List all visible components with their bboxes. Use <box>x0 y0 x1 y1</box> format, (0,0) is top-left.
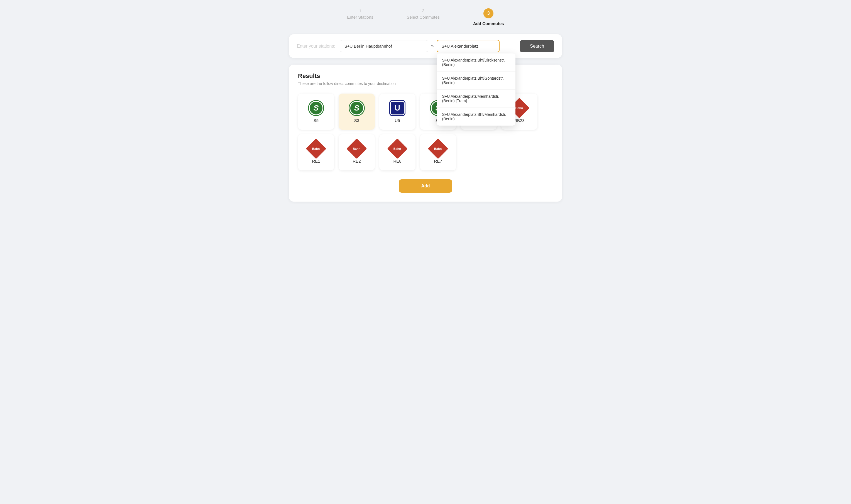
transit-label-RE7: RE7 <box>434 159 442 163</box>
bahn-icon-wrapper: Bahn <box>431 142 445 156</box>
transit-label-U5: U5 <box>395 118 400 123</box>
bahn-diamond-icon: Bahn <box>306 138 326 159</box>
bahn-diamond-icon: Bahn <box>428 138 448 159</box>
station-inputs: » S+U Alexanderplatz Bhf/Dircksenstr. (B… <box>340 40 515 52</box>
transit-card-S3[interactable]: S S3 <box>339 93 375 130</box>
bahn-diamond-icon: Bahn <box>387 138 408 159</box>
bahn-icon-wrapper: Bahn <box>309 142 323 156</box>
stepper: 1 Enter Stations 2 Select Commutes 3 Add… <box>300 8 551 26</box>
step-2: 2 Select Commutes <box>407 8 440 19</box>
autocomplete-item-1[interactable]: S+U Alexanderplatz Bhf/Gontardstr. (Berl… <box>437 72 516 90</box>
transit-card-RE7[interactable]: Bahn RE7 <box>420 134 456 170</box>
transit-label-RE8: RE8 <box>393 159 401 163</box>
add-button[interactable]: Add <box>399 179 452 193</box>
search-button[interactable]: Search <box>520 40 554 52</box>
bahn-diamond-icon: Bahn <box>346 138 367 159</box>
autocomplete-item-0[interactable]: S+U Alexanderplatz Bhf/Dircksenstr. (Ber… <box>437 53 516 72</box>
sbahn-icon: S <box>309 101 323 115</box>
departure-input[interactable] <box>340 40 428 52</box>
transit-label-RE1: RE1 <box>312 159 320 163</box>
step-3: 3 Add Commutes <box>473 8 504 26</box>
autocomplete-item-2[interactable]: S+U Alexanderplatz/Memhardstr. (Berlin) … <box>437 90 516 108</box>
transit-card-U5[interactable]: U U5 <box>379 93 415 130</box>
step-number-2: 2 <box>422 8 424 13</box>
destination-input[interactable] <box>437 40 500 52</box>
transit-card-S5[interactable]: S S5 <box>298 93 334 130</box>
transit-label-S3: S3 <box>354 118 359 123</box>
results-panel: Results These are the follow direct comm… <box>289 65 562 202</box>
destination-wrapper: S+U Alexanderplatz Bhf/Dircksenstr. (Ber… <box>437 40 516 52</box>
autocomplete-dropdown: S+U Alexanderplatz Bhf/Dircksenstr. (Ber… <box>437 53 516 126</box>
bahn-icon-wrapper: Bahn <box>349 142 364 156</box>
search-bar: Enter your stations: » S+U Alexanderplat… <box>289 34 562 58</box>
bahn-icon-wrapper: Bahn <box>390 142 404 156</box>
autocomplete-item-3[interactable]: S+U Alexanderplatz Bhf/Memhardstr. (Berl… <box>437 108 516 126</box>
transit-card-RE1[interactable]: Bahn RE1 <box>298 134 334 170</box>
step-label-2: Select Commutes <box>407 15 440 19</box>
transit-card-RE2[interactable]: Bahn RE2 <box>339 134 375 170</box>
step-1: 1 Enter Stations <box>347 8 373 19</box>
add-button-wrapper: Add <box>298 179 553 193</box>
transit-label-RB23: RB23 <box>514 118 525 123</box>
ubahn-icon: U <box>390 101 404 115</box>
transit-label-RE2: RE2 <box>352 159 361 163</box>
arrow-icon: » <box>431 43 434 49</box>
transit-card-RE8[interactable]: Bahn RE8 <box>379 134 415 170</box>
step-number-1: 1 <box>359 8 361 13</box>
transit-label-S5: S5 <box>313 118 319 123</box>
search-bar-label: Enter your stations: <box>297 44 335 49</box>
step-label-3: Add Commutes <box>473 21 504 26</box>
sbahn-icon: S <box>349 101 364 115</box>
step-label-1: Enter Stations <box>347 15 373 19</box>
step-circle-3: 3 <box>484 8 493 18</box>
